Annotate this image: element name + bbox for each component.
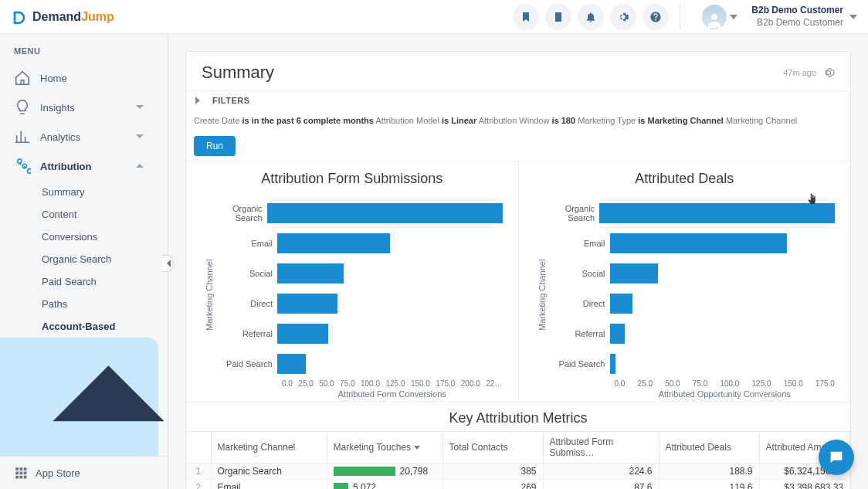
- lightbulb-icon: [14, 99, 31, 116]
- sub-paths[interactable]: Paths: [0, 293, 168, 315]
- chart-bar[interactable]: [277, 354, 306, 374]
- filter-chip[interactable]: Marketing Type is Marketing Channel: [578, 116, 724, 125]
- chart-bar-label: Paid Search: [214, 359, 277, 368]
- chart-bar[interactable]: [610, 294, 632, 314]
- sub-account-based-label: Account-Based: [42, 321, 115, 332]
- cell-index: 2: [186, 480, 211, 490]
- chart-bar-row[interactable]: Social: [214, 263, 503, 284]
- chart-bar[interactable]: [277, 324, 328, 344]
- x-axis-label: Attributed Form Conversions: [282, 389, 503, 399]
- col-channel[interactable]: Marketing Channel: [211, 432, 327, 464]
- org-switcher[interactable]: B2b Demo Customer B2b Demo Customer: [751, 5, 843, 29]
- gear-icon: [617, 11, 629, 23]
- chart-bar[interactable]: [610, 233, 788, 253]
- filter-chip[interactable]: Create Date is in the past 6 complete mo…: [194, 116, 374, 125]
- col-forms[interactable]: Attributed Form Submiss…: [543, 432, 659, 464]
- cell-contacts: 269: [442, 480, 543, 490]
- chart-bar-label: Direct: [547, 299, 610, 308]
- chevron-down-icon: [135, 132, 144, 141]
- caret-down-icon[interactable]: [849, 15, 857, 19]
- chart-bar[interactable]: [277, 263, 344, 284]
- cell-channel: Organic Search: [211, 464, 327, 480]
- org-name: B2b Demo Customer: [751, 5, 843, 17]
- bell-icon: [585, 11, 597, 23]
- sub-paid-search[interactable]: Paid Search: [0, 270, 168, 293]
- run-button[interactable]: Run: [194, 136, 236, 156]
- chart-bar-row[interactable]: Referral: [547, 323, 836, 345]
- chart-bar-row[interactable]: Referral: [214, 323, 503, 345]
- home-icon: [14, 70, 31, 87]
- chart-tick: 150.0: [411, 379, 430, 388]
- cursor-hand-icon: [805, 192, 819, 206]
- table-row[interactable]: 2Email5,07226987.6119.6$3,398,683.33: [186, 480, 850, 490]
- chart-bar-row[interactable]: Paid Search: [214, 353, 503, 375]
- sub-organic-search[interactable]: Organic Search: [0, 248, 168, 270]
- chat-icon: [828, 449, 845, 466]
- nav-analytics[interactable]: Analytics: [0, 122, 168, 151]
- chat-fab[interactable]: [819, 440, 854, 475]
- nav-list: Home Insights Analytics Attribution Summ…: [0, 63, 168, 456]
- nav-insights[interactable]: Insights: [0, 93, 168, 122]
- last-updated: 47m ago: [783, 68, 816, 77]
- help-button[interactable]: [643, 4, 669, 30]
- settings-button[interactable]: [610, 4, 636, 30]
- nav-insights-label: Insights: [40, 102, 75, 114]
- chart-bar-row[interactable]: Email: [547, 233, 836, 254]
- chart-bar[interactable]: [610, 263, 659, 284]
- notifications-button[interactable]: [578, 4, 604, 30]
- chart-bar[interactable]: [610, 354, 616, 374]
- col-deals[interactable]: Attributed Deals: [659, 432, 759, 464]
- chart-bar-row[interactable]: Email: [214, 233, 503, 254]
- col-touches[interactable]: Marketing Touches: [327, 432, 442, 464]
- nav-home[interactable]: Home: [0, 63, 168, 93]
- document-button[interactable]: [545, 4, 571, 30]
- chart-tick: 25.0: [638, 379, 653, 388]
- chart-tick: 200.0: [461, 379, 480, 388]
- caret-down-icon[interactable]: [730, 15, 737, 19]
- chevron-down-icon: [135, 103, 144, 112]
- filter-chip[interactable]: Attribution Model is Linear: [375, 116, 476, 125]
- card-header: Summary 47m ago: [186, 52, 850, 90]
- chart-bar-row[interactable]: Organic Search: [547, 202, 836, 224]
- chart-bar-row[interactable]: Paid Search: [547, 353, 836, 375]
- brand-logo[interactable]: DemandJump: [11, 8, 114, 25]
- chart-bar[interactable]: [277, 294, 337, 314]
- chart-bar[interactable]: [277, 233, 390, 253]
- col-contacts[interactable]: Total Contacts: [442, 432, 543, 464]
- filter-chip[interactable]: Marketing Channel: [726, 116, 797, 125]
- chart-tick: 100.0: [361, 379, 380, 388]
- chart-bar[interactable]: [267, 203, 503, 223]
- nav-analytics-label: Analytics: [40, 131, 80, 143]
- nav-attribution[interactable]: Attribution: [0, 151, 168, 181]
- brand-name-b: Jump: [81, 10, 114, 24]
- bookmark-button[interactable]: [513, 4, 539, 30]
- sub-conversions[interactable]: Conversions: [0, 226, 168, 248]
- expand-icon[interactable]: [194, 97, 202, 104]
- bookmark-icon: [520, 11, 532, 23]
- filter-chip[interactable]: Attribution Window is 180: [479, 116, 575, 125]
- chart-bar-label: Referral: [547, 329, 610, 338]
- sub-content[interactable]: Content: [0, 203, 168, 226]
- app-store-link[interactable]: App Store: [0, 456, 168, 489]
- sidebar: MENU Home Insights Analytics Attribution…: [0, 34, 168, 489]
- chart-bar[interactable]: [610, 324, 626, 344]
- nav-home-label: Home: [40, 73, 67, 84]
- chart-bar-label: Referral: [214, 329, 277, 338]
- avatar[interactable]: [702, 5, 727, 29]
- chart-form-submissions: Attribution Form Submissions Marketing C…: [186, 161, 518, 402]
- chart-bar[interactable]: [599, 203, 835, 223]
- charts-row: Attribution Form Submissions Marketing C…: [186, 161, 850, 402]
- col-index[interactable]: [186, 432, 211, 464]
- chart-bar-row[interactable]: Social: [547, 263, 836, 284]
- sub-account-based[interactable]: Account-Based: [0, 315, 168, 338]
- chart-tick: 0.0: [615, 379, 626, 388]
- card-settings-button[interactable]: [822, 66, 835, 79]
- page-title: Summary: [202, 63, 783, 83]
- chart-bar-row[interactable]: Direct: [214, 293, 503, 314]
- chart-tick: 50.0: [319, 379, 334, 388]
- chart-bar-row[interactable]: Direct: [547, 293, 836, 314]
- sub-summary[interactable]: Summary: [0, 181, 168, 203]
- chart-bar-row[interactable]: Organic Search: [214, 202, 503, 224]
- chart-title: Attributed Deals: [534, 171, 836, 187]
- table-row[interactable]: 1Organic Search20,798385224.6188.9$6,324…: [186, 464, 850, 480]
